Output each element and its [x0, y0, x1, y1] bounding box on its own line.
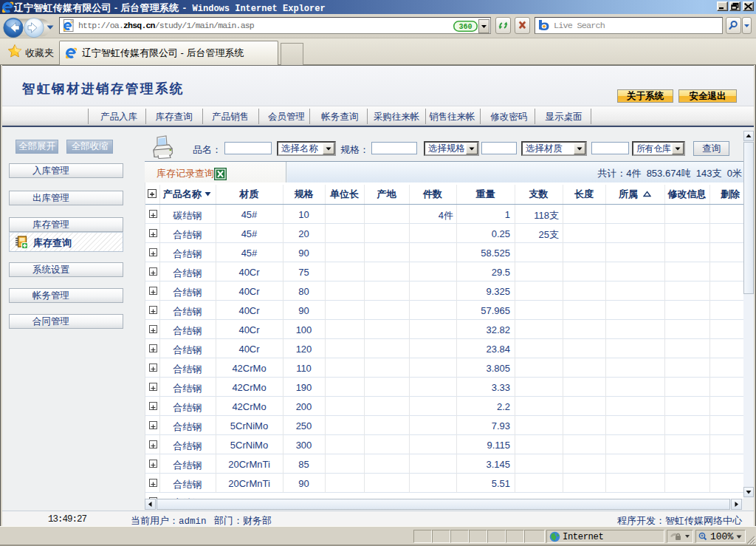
svg-text:360: 360: [458, 23, 472, 31]
